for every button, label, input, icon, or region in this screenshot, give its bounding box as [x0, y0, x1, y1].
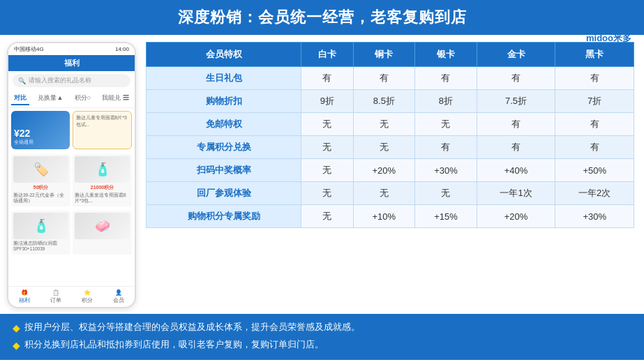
main-content: 中国移动4G 14:00 福利 🔍 请输入搜索的礼品名称 对比 兑换量▲ 积分○… [0, 35, 644, 314]
fuLi-label: 福利 [19, 296, 30, 304]
phone-card-coupon: ¥22 全场通用 [11, 111, 70, 149]
table-row: 专属积分兑换无无有有有 [147, 136, 634, 159]
table-cell-value: 7折 [555, 90, 634, 113]
membership-table: 会员特权 白卡 铜卡 银卡 金卡 黑卡 生日礼包有有有有有购物折扣9折8.5折8… [146, 42, 634, 228]
table-row: 回厂参观体验无无无一年1次一年2次 [147, 182, 634, 205]
table-cell-value: 有 [477, 67, 555, 90]
table-row: 生日礼包有有有有有 [147, 67, 634, 90]
table-cell-value: 无 [301, 113, 353, 136]
footer-text-2: 积分兑换到店礼品和抵扣券到店使用，吸引老客户复购，复购订单归门店。 [24, 337, 324, 354]
phone-product-1-label: 雅达39-22元代金券（全场通用） [13, 193, 68, 204]
fuLi-icon: 🎁 [21, 289, 28, 296]
table-area: 会员特权 白卡 铜卡 银卡 金卡 黑卡 生日礼包有有有有有购物折扣9折8.5折8… [146, 42, 634, 308]
table-cell-feature: 扫码中奖概率 [147, 159, 301, 182]
table-cell-feature: 专属积分兑换 [147, 136, 301, 159]
table-cell-value: +20% [477, 205, 555, 228]
table-cell-value: 无 [415, 182, 477, 205]
phone-bottom-nav: 🎁 福利 📋 订单 ⭐ 积分 👤 会员 [8, 286, 135, 307]
col-header-tongka: 铜卡 [353, 43, 415, 67]
table-cell-value: 有 [477, 136, 555, 159]
table-cell-value: 8折 [415, 90, 477, 113]
table-row: 购物积分专属奖励无+10%+15%+20%+30% [147, 205, 634, 228]
table-cell-feature: 购物积分专属奖励 [147, 205, 301, 228]
table-row: 免邮特权无无无有有 [147, 113, 634, 136]
midoo-logo-icon [595, 6, 623, 31]
huiyuan-label: 会员 [113, 296, 124, 304]
table-cell-value: 有 [301, 67, 353, 90]
table-cell-feature: 免邮特权 [147, 113, 301, 136]
page-title: 深度粉销：会员统一经营，老客复购到店 [178, 8, 467, 26]
phone-product-1[interactable]: 🏷️ 50积分 雅达39-22元代金券（全场通用） [11, 154, 70, 206]
table-cell-value: +30% [555, 205, 634, 228]
phone-tab-duibi[interactable]: 对比 [11, 92, 29, 105]
table-cell-value: 无 [353, 136, 415, 159]
phone-product-2-label: 雅达儿童发送专用面霜8片*3包... [75, 193, 130, 204]
phone-bottom-item-fuLi[interactable]: 🎁 福利 [19, 289, 30, 304]
phone-mockup: 中国移动4G 14:00 福利 🔍 请输入搜索的礼品名称 对比 兑换量▲ 积分○… [7, 42, 136, 308]
logo-area: midoo米多 [586, 6, 631, 45]
phone-tabs: 对比 兑换量▲ 积分○ 我能兑 ☰ [8, 90, 135, 108]
table-cell-value: +15% [415, 205, 477, 228]
logo-text: midoo米多 [586, 32, 631, 45]
card-label: 全场通用 [14, 139, 67, 146]
table-cell-value: 7.5折 [477, 90, 555, 113]
table-cell-value: +50% [555, 159, 634, 182]
phone-product-2[interactable]: 🧴 21000积分 雅达儿童发送专用面霜8片*3包... [73, 154, 132, 206]
phone-bottom-item-huiyuan[interactable]: 👤 会员 [113, 289, 124, 304]
table-row: 购物折扣9折8.5折8折7.5折7折 [147, 90, 634, 113]
table-cell-value: 无 [415, 113, 477, 136]
table-cell-value: 无 [301, 159, 353, 182]
table-cell-value: 有 [477, 113, 555, 136]
table-cell-value: 8.5折 [353, 90, 415, 113]
phone-tab-jifen[interactable]: 积分○ [72, 92, 93, 105]
table-cell-value: 有 [555, 136, 634, 159]
search-icon: 🔍 [18, 77, 26, 84]
table-cell-feature: 生日礼包 [147, 67, 301, 90]
phone-bottom-item-jifen[interactable]: ⭐ 积分 [82, 289, 93, 304]
col-header-baika: 白卡 [301, 43, 353, 67]
phone-tab-woneng[interactable]: 我能兑 ☰ [99, 92, 132, 105]
phone-product-3[interactable]: 🧴 雅洁液态防晒白润霜SPF30+110039 [11, 211, 70, 255]
table-cell-value: 一年1次 [477, 182, 555, 205]
footer-item-1: ◆ 按用户分层、权益分等搭建合理的会员权益及成长体系，提升会员荣誉感及成就感。 [13, 319, 631, 337]
footer: ◆ 按用户分层、权益分等搭建合理的会员权益及成长体系，提升会员荣誉感及成就感。 … [0, 314, 644, 360]
phone-cards-area: ¥22 全场通用 雅达儿童专用面霜8片*3包试... [8, 108, 135, 152]
svg-point-0 [613, 7, 620, 14]
card2-label: 雅达儿童专用面霜8片*3包试... [76, 114, 129, 128]
carrier-text: 中国移动4G [14, 45, 44, 53]
table-cell-value: +40% [477, 159, 555, 182]
dingdan-label: 订单 [50, 296, 61, 304]
table-cell-value: 无 [301, 182, 353, 205]
phone-product-4[interactable]: 🧼 [73, 211, 132, 255]
jifen-icon: ⭐ [84, 289, 91, 296]
table-cell-value: +20% [353, 159, 415, 182]
table-cell-value: 无 [353, 113, 415, 136]
table-cell-value: 有 [555, 67, 634, 90]
table-cell-feature: 购物折扣 [147, 90, 301, 113]
phone-nav-title: 福利 [64, 59, 80, 67]
phone-products-list: 🏷️ 50积分 雅达39-22元代金券（全场通用） 🧴 21000积分 雅达儿童… [8, 152, 135, 209]
table-row: 扫码中奖概率无+20%+30%+40%+50% [147, 159, 634, 182]
phone-product-2-points: 21000积分 [75, 184, 130, 191]
footer-bullet-2: ◆ [13, 337, 20, 354]
phone-product-4-img: 🧼 [75, 213, 130, 239]
phone-bottom-item-dingdan[interactable]: 📋 订单 [50, 289, 61, 304]
table-cell-value: +10% [353, 205, 415, 228]
phone-product-3-desc: 雅洁液态防晒白润霜SPF30+110039 [13, 241, 68, 252]
time-text: 14:00 [115, 46, 129, 52]
table-cell-value: 无 [301, 136, 353, 159]
phone-product-2-img: 🧴 [75, 156, 130, 183]
footer-item-2: ◆ 积分兑换到店礼品和抵扣券到店使用，吸引老客户复购，复购订单归门店。 [13, 337, 631, 354]
table-cell-value: 无 [301, 205, 353, 228]
phone-product-1-img: 🏷️ [13, 156, 68, 183]
col-header-heika: 黑卡 [555, 43, 634, 67]
phone-product-1-points: 50积分 [13, 184, 68, 191]
phone-search-bar[interactable]: 🔍 请输入搜索的礼品名称 [13, 74, 130, 87]
table-cell-value: 有 [415, 136, 477, 159]
table-cell-value: +30% [415, 159, 477, 182]
table-cell-value: 有 [555, 113, 634, 136]
table-cell-feature: 回厂参观体验 [147, 182, 301, 205]
phone-card-product: 雅达儿童专用面霜8片*3包试... [73, 111, 133, 149]
footer-text-1: 按用户分层、权益分等搭建合理的会员权益及成长体系，提升会员荣誉感及成就感。 [24, 319, 360, 337]
phone-tab-duihuan[interactable]: 兑换量▲ [35, 92, 66, 105]
